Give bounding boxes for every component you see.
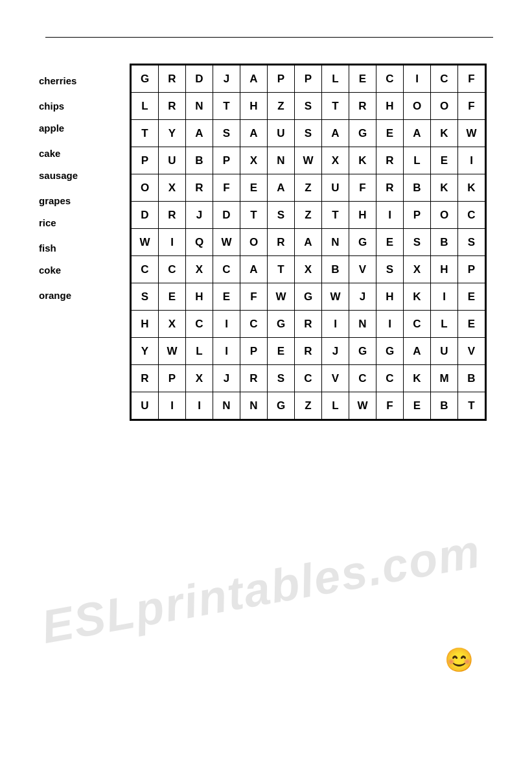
grid-cell: E — [376, 120, 404, 147]
grid-cell: C — [404, 311, 431, 338]
grid-cell: A — [404, 120, 431, 147]
grid-cell: R — [186, 174, 213, 202]
grid-cell: I — [322, 311, 349, 338]
grid-row: RPXJRSCVCCKMB — [132, 365, 485, 392]
grid-cell: M — [431, 365, 458, 392]
grid-cell: R — [159, 65, 186, 93]
grid-cell: P — [404, 202, 431, 229]
grid-cell: I — [404, 65, 431, 93]
grid-cell: N — [349, 311, 376, 338]
grid-cell: Z — [295, 202, 322, 229]
grid-cell: X — [186, 365, 213, 392]
grid-row: HXCICGRINICLE — [132, 311, 485, 338]
grid-cell: W — [295, 147, 322, 174]
grid-cell: W — [322, 283, 349, 311]
grid-cell: Z — [295, 392, 322, 420]
grid-cell: S — [376, 256, 404, 283]
grid-cell: C — [295, 365, 322, 392]
grid-cell: T — [458, 392, 485, 420]
grid-cell: V — [349, 256, 376, 283]
grid-cell: R — [376, 174, 404, 202]
grid-cell: P — [295, 65, 322, 93]
grid-cell: R — [295, 338, 322, 365]
grid-cell: S — [213, 120, 240, 147]
grid-cell: R — [159, 202, 186, 229]
grid-cell: C — [376, 365, 404, 392]
grid-cell: C — [213, 256, 240, 283]
grid-cell: I — [159, 229, 186, 256]
grid-row: OXRFEAZUFRBKK — [132, 174, 485, 202]
grid-cell: A — [295, 229, 322, 256]
grid-cell: A — [404, 338, 431, 365]
word-item: rice — [39, 212, 110, 235]
grid-cell: U — [431, 338, 458, 365]
grid-cell: H — [376, 93, 404, 120]
grid-cell: B — [186, 147, 213, 174]
grid-cell: A — [322, 120, 349, 147]
grid-cell: S — [458, 229, 485, 256]
word-item: apple — [39, 117, 110, 140]
grid-cell: J — [349, 283, 376, 311]
name-underline[interactable] — [45, 26, 493, 38]
grid-table: GRDJAPPLECICFLRNTHZSTRHOOFTYASAUSAGEAKWP… — [131, 65, 485, 420]
grid-cell: X — [322, 147, 349, 174]
grid-cell: B — [322, 256, 349, 283]
grid-cell: S — [132, 283, 159, 311]
grid-row: GRDJAPPLECICF — [132, 65, 485, 93]
grid-cell: F — [458, 93, 485, 120]
grid-cell: Z — [295, 174, 322, 202]
name-row — [39, 26, 493, 38]
grid-cell: N — [186, 93, 213, 120]
grid-cell: F — [376, 392, 404, 420]
grid-cell: T — [132, 120, 159, 147]
grid-cell: G — [268, 392, 295, 420]
grid-cell: I — [431, 283, 458, 311]
grid-cell: A — [186, 120, 213, 147]
grid-cell: U — [159, 147, 186, 174]
grid-cell: S — [268, 365, 295, 392]
grid-cell: O — [431, 93, 458, 120]
grid-cell: G — [349, 120, 376, 147]
grid-cell: A — [240, 65, 268, 93]
grid-cell: C — [349, 365, 376, 392]
grid-cell: G — [349, 338, 376, 365]
grid-cell: L — [322, 65, 349, 93]
grid-cell: W — [349, 392, 376, 420]
grid-cell: E — [431, 147, 458, 174]
grid-cell: X — [404, 256, 431, 283]
grid-cell: E — [240, 174, 268, 202]
grid-row: CCXCATXBVSXHP — [132, 256, 485, 283]
grid-cell: L — [322, 392, 349, 420]
grid-cell: S — [295, 93, 322, 120]
grid-cell: L — [404, 147, 431, 174]
grid-cell: R — [376, 147, 404, 174]
grid-cell: H — [240, 93, 268, 120]
grid-cell: X — [159, 311, 186, 338]
grid-cell: W — [213, 229, 240, 256]
grid-cell: T — [322, 93, 349, 120]
grid-cell: E — [268, 338, 295, 365]
grid-cell: U — [132, 392, 159, 420]
grid-cell: R — [159, 93, 186, 120]
grid-cell: S — [295, 120, 322, 147]
grid-cell: B — [431, 392, 458, 420]
grid-cell: J — [186, 202, 213, 229]
grid-cell: E — [159, 283, 186, 311]
grid-cell: O — [404, 93, 431, 120]
grid-cell: B — [404, 174, 431, 202]
grid-cell: O — [431, 202, 458, 229]
grid-cell: I — [376, 311, 404, 338]
grid-cell: V — [322, 365, 349, 392]
grid-cell: C — [132, 256, 159, 283]
grid-cell: L — [186, 338, 213, 365]
word-item: chips — [39, 95, 110, 118]
grid-cell: H — [132, 311, 159, 338]
grid-cell: N — [213, 392, 240, 420]
grid-cell: L — [132, 93, 159, 120]
grid-cell: H — [376, 283, 404, 311]
grid-cell: W — [132, 229, 159, 256]
grid-cell: Z — [268, 93, 295, 120]
grid-cell: A — [240, 256, 268, 283]
grid-cell: T — [322, 202, 349, 229]
grid-cell: T — [268, 256, 295, 283]
